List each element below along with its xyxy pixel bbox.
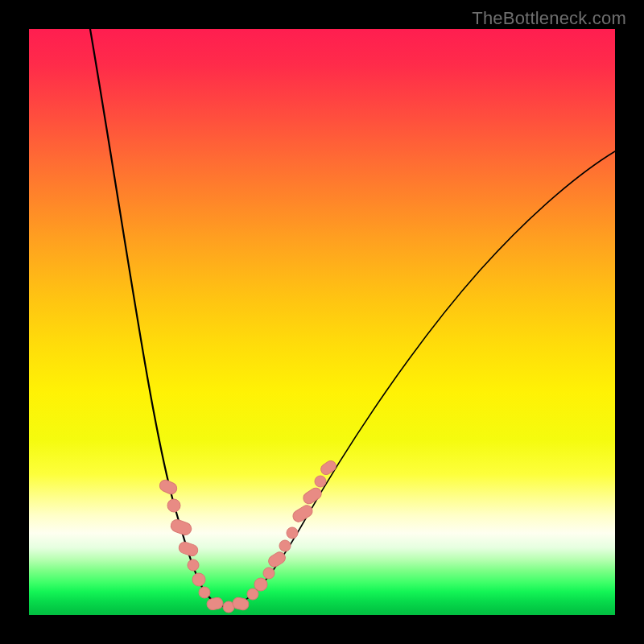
data-marker bbox=[279, 540, 291, 551]
data-marker bbox=[263, 568, 275, 579]
data-marker bbox=[254, 578, 267, 591]
data-marker bbox=[206, 597, 224, 610]
chart-frame bbox=[29, 29, 615, 615]
data-marker bbox=[199, 587, 210, 598]
watermark-label: TheBottleneck.com bbox=[472, 8, 626, 29]
data-marker bbox=[158, 478, 179, 496]
marker-group bbox=[158, 459, 338, 613]
data-marker bbox=[319, 459, 338, 477]
data-marker bbox=[188, 559, 199, 571]
data-marker bbox=[315, 476, 326, 487]
curve-left-curve bbox=[90, 29, 227, 607]
data-marker bbox=[287, 527, 298, 539]
chart-svg bbox=[29, 29, 615, 615]
data-marker bbox=[301, 485, 324, 506]
curve-right-curve bbox=[227, 151, 615, 607]
data-marker bbox=[169, 518, 193, 537]
data-marker bbox=[177, 541, 199, 558]
data-marker bbox=[192, 573, 205, 586]
data-marker bbox=[291, 503, 314, 524]
data-marker bbox=[247, 588, 258, 600]
curve-group bbox=[90, 29, 615, 607]
data-marker bbox=[167, 499, 180, 512]
